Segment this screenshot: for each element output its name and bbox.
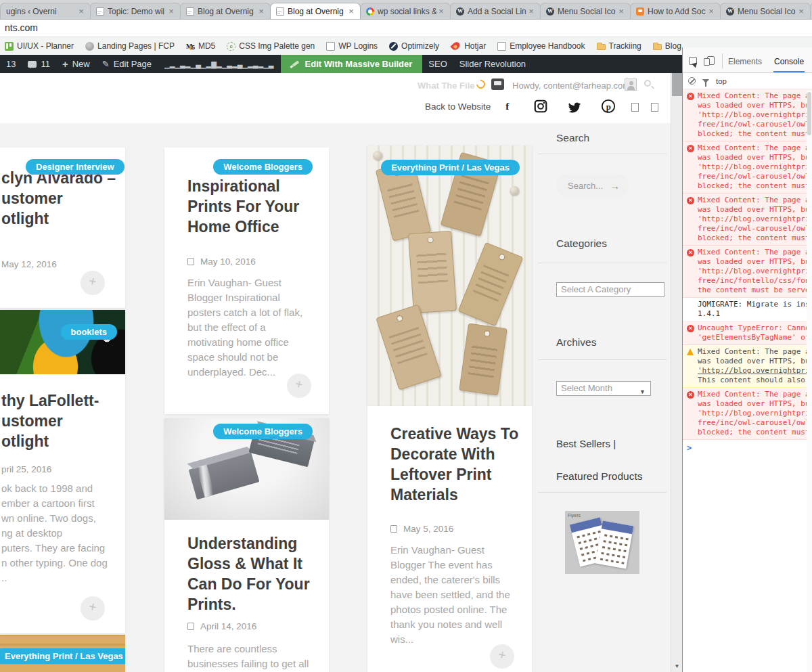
category-badge[interactable]: Welcome Bloggers — [213, 159, 313, 175]
post-date: May 5, 2016 — [390, 524, 453, 534]
twitter-icon[interactable] — [567, 100, 582, 115]
what-the-file-label[interactable]: What The File — [418, 81, 475, 91]
category-badge[interactable]: Everything Print / Las Vegas — [381, 160, 520, 175]
bookmark-item[interactable]: Trackiing — [597, 41, 641, 51]
category-badge[interactable]: Designer Interview — [26, 159, 125, 175]
post-title[interactable]: clyn Alvarado –ustomerotlight — [1, 168, 116, 229]
best-sellers-heading[interactable]: Best Sellers | — [556, 438, 616, 449]
bookmark-item[interactable]: Hotjar — [451, 41, 486, 51]
bookmark-item[interactable]: MD5 — [186, 41, 215, 51]
admin-new[interactable]: + New — [56, 55, 96, 73]
admin-seo[interactable]: SEO — [422, 55, 453, 73]
bookmark-item[interactable]: Landing Pages | FCP — [85, 41, 175, 51]
missing-social-icon[interactable] — [651, 103, 658, 112]
month-select[interactable]: Select Month ▼ — [556, 381, 651, 396]
search-submit-arrow-icon[interactable]: → — [610, 180, 620, 192]
missing-social-icon[interactable] — [631, 103, 639, 112]
post-image-business-cards[interactable]: Welcome Bloggers — [164, 418, 329, 520]
category-badge[interactable]: Welcome Bloggers — [213, 424, 313, 439]
bookmark-item[interactable]: UI/UX - Planner — [5, 41, 74, 51]
clear-console-icon[interactable] — [688, 77, 696, 85]
divider — [538, 492, 667, 493]
device-toolbar-icon[interactable] — [707, 56, 715, 65]
tab-close-icon[interactable] — [166, 7, 176, 16]
instagram-icon[interactable] — [533, 99, 548, 114]
browser-tab[interactable]: Blog at Overnig — [180, 3, 271, 19]
bookmark-favicon-icon — [85, 42, 94, 51]
admin-comments[interactable]: 11 — [22, 55, 56, 73]
scrollbar-down-arrow[interactable]: ▼ — [671, 661, 683, 672]
pinterest-icon[interactable]: p — [601, 99, 616, 114]
bookmark-item[interactable]: WP Logins — [326, 41, 378, 51]
category-badge[interactable]: Everything Print / Las Vegas — [0, 648, 125, 664]
post-image-parrot[interactable]: booklets — [0, 310, 125, 374]
post-title[interactable]: thy LaFollett-ustomerotlight — [1, 390, 99, 451]
browser-tab[interactable]: Topic: Demo wil — [90, 3, 181, 19]
chevron-down-icon: ▼ — [639, 385, 646, 399]
facebook-icon[interactable]: f — [504, 99, 514, 114]
bookmark-item[interactable]: Optimizely — [389, 41, 439, 51]
console-prompt[interactable]: > — [683, 440, 812, 456]
address-bar[interactable]: nts.com — [5, 22, 38, 33]
post-image-wood[interactable]: Everything Print / Las Vegas — [0, 635, 125, 672]
admin-edit-page[interactable]: ✎ Edit Page — [96, 55, 158, 73]
scrollbar-thumb[interactable] — [672, 73, 682, 96]
tab-favicon-icon — [456, 7, 464, 16]
category-select[interactable]: Select A Category — [556, 282, 664, 297]
bookmark-item[interactable]: Employee Handbook — [497, 41, 585, 51]
featured-product-image[interactable]: Flyers — [565, 511, 639, 574]
tab-close-icon[interactable] — [616, 7, 626, 16]
search-icon[interactable] — [644, 80, 651, 87]
tab-close-icon[interactable] — [436, 7, 446, 16]
bookmark-item[interactable]: CSS Img Palette gen — [227, 41, 315, 51]
stats-sparkline-icon[interactable] — [158, 55, 281, 73]
share-button[interactable] — [81, 596, 105, 621]
tab-close-icon[interactable] — [346, 7, 356, 16]
post-title[interactable]: Creative Ways ToDecorate WithLeftover Pr… — [390, 424, 518, 505]
execution-context-select[interactable]: top — [716, 77, 727, 85]
browser-tab[interactable]: How to Add Soc — [630, 3, 721, 19]
tab-favicon-icon — [96, 7, 104, 16]
console-message-text: Mixed Content: The page at 'was loaded o… — [698, 390, 809, 437]
tab-close-icon[interactable] — [706, 7, 716, 16]
browser-tab[interactable]: Add a Social Lin — [450, 3, 541, 19]
bookmark-item[interactable]: Blog — [653, 41, 681, 51]
browser-tab[interactable]: Menu Social Ico — [720, 3, 811, 19]
post-image-tags[interactable]: Everything Print / Las Vegas — [367, 145, 532, 406]
tab-close-icon[interactable] — [526, 7, 536, 16]
flyer-graphic — [595, 520, 633, 568]
tab-close-icon[interactable] — [796, 7, 806, 16]
browser-tab[interactable]: Blog at Overnig — [270, 3, 361, 19]
console-message: Mixed Content: The page at 'was loaded o… — [683, 388, 812, 440]
page-scrollbar[interactable]: ▼ — [671, 73, 682, 672]
howdy-user-label[interactable]: Howdy, content@farheap.com — [512, 81, 630, 91]
edit-with-massive-builder-button[interactable]: Edit With Massive Builder — [281, 55, 423, 73]
post-card: Designer Interview clyn Alvarado –ustome… — [0, 148, 125, 308]
admin-updates[interactable]: 13 — [0, 55, 22, 73]
browser-tab[interactable]: ugins ‹ Overni — [0, 3, 91, 19]
share-button[interactable] — [287, 374, 311, 398]
post-title[interactable]: InspirationalPrints For YourHome Office — [187, 176, 299, 237]
filter-icon[interactable] — [702, 79, 709, 83]
tab-favicon-icon — [636, 7, 644, 16]
share-button[interactable] — [81, 271, 105, 295]
inspect-element-icon[interactable] — [689, 57, 697, 65]
tab-close-icon[interactable] — [76, 7, 86, 16]
browser-tab[interactable]: wp social links &c — [360, 3, 451, 19]
console-scrollbar[interactable] — [807, 91, 812, 672]
post-card: Welcome Bloggers InspirationalPrints For… — [164, 148, 329, 414]
browser-tab[interactable]: Menu Social Ico — [540, 3, 631, 19]
post-excerpt: There are countlessbusinesses failing to… — [187, 642, 309, 671]
comment-bubble-icon[interactable] — [491, 79, 504, 90]
devtools-tab[interactable]: Console — [773, 57, 805, 72]
devtools-tab[interactable]: Elements — [727, 57, 763, 72]
post-title[interactable]: UnderstandingGloss & What ItCan Do For Y… — [187, 533, 310, 614]
back-to-website-link[interactable]: Back to Website — [425, 102, 491, 112]
featured-products-heading: Featured Products — [556, 470, 643, 483]
avatar[interactable] — [625, 79, 637, 91]
category-badge[interactable]: booklets — [61, 324, 117, 340]
search-input[interactable]: Search... → — [556, 174, 629, 197]
share-button[interactable] — [490, 644, 514, 669]
tab-close-icon[interactable] — [256, 7, 266, 16]
admin-slider-revolution[interactable]: Slider Revolution — [453, 55, 532, 73]
